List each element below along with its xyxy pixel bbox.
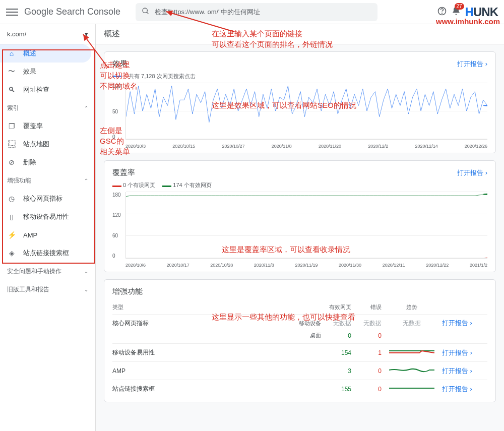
table-row: AMP 3 0 打开报告 › bbox=[112, 361, 487, 380]
chevron-up-icon: ⌃ bbox=[84, 105, 88, 111]
search-placeholder: 检查"https://www. om/"中的任何网址 bbox=[155, 8, 260, 17]
sitemap-icon: ⿺ bbox=[7, 140, 16, 148]
open-report-link[interactable]: 打开报告 › bbox=[442, 385, 487, 394]
help-icon[interactable] bbox=[437, 6, 447, 18]
menu-icon[interactable] bbox=[6, 6, 18, 18]
home-icon: ⌂ bbox=[7, 49, 16, 57]
main-content: 概述 效果 打开报告› 共有 7,128 次网页搜索点击 100500 2020… bbox=[96, 24, 504, 431]
sidebar-item-cwv[interactable]: ◷核心网页指标 bbox=[0, 190, 95, 208]
coverage-chart: 180120600 2020/10/62020/10/172020/10/282… bbox=[112, 192, 487, 268]
search-icon: 🔍︎ bbox=[7, 86, 16, 94]
chart-icon: 〜 bbox=[7, 67, 16, 76]
chevron-down-icon: ⌄ bbox=[84, 287, 88, 292]
svg-line-1 bbox=[147, 12, 148, 14]
sidebar-section-index[interactable]: 索引⌃ bbox=[0, 99, 95, 117]
svg-point-3 bbox=[442, 13, 442, 14]
sidebar-section-enhance[interactable]: 增强功能⌃ bbox=[0, 171, 95, 190]
copy-icon: ❐ bbox=[7, 122, 16, 130]
property-selector[interactable]: k.com/ ▾ bbox=[0, 24, 95, 44]
sidebar-item-overview[interactable]: ⌂概述 bbox=[0, 44, 91, 63]
performance-subtitle: 共有 7,128 次网页搜索点击 bbox=[129, 73, 196, 80]
sidebar-item-removals[interactable]: ⊘删除 bbox=[0, 153, 95, 171]
sidebar-item-sitemaps[interactable]: ⿺站点地图 bbox=[0, 135, 95, 153]
table-row: 移动设备易用性 154 1 打开报告 › bbox=[112, 343, 487, 361]
open-report-link[interactable]: 打开报告› bbox=[457, 59, 487, 69]
sidebar-section-security[interactable]: 安全问题和手动操作⌄ bbox=[0, 262, 95, 280]
dropdown-icon: ▾ bbox=[85, 30, 88, 38]
remove-icon: ⊘ bbox=[7, 158, 16, 166]
chevron-right-icon: › bbox=[485, 60, 487, 68]
svg-point-0 bbox=[143, 8, 147, 13]
table-row: 站点链接搜索框 155 0 打开报告 › bbox=[112, 380, 487, 398]
coverage-card: 覆盖率 打开报告› 0 个有误网页 174 个有效网页 180120600 20… bbox=[104, 160, 496, 272]
app-logo: Google Search Console bbox=[24, 7, 120, 17]
app-header: Google Search Console 检查"https://www. om… bbox=[0, 0, 504, 24]
amp-icon: ⚡ bbox=[7, 231, 16, 239]
property-label: k.com/ bbox=[7, 30, 26, 38]
chevron-up-icon: ⌃ bbox=[84, 178, 88, 183]
sidebar: k.com/ ▾ ⌂概述 〜效果 🔍︎网址检查 索引⌃ ❐覆盖率 ⿺站点地图 ⊘… bbox=[0, 24, 96, 431]
chevron-right-icon: › bbox=[485, 169, 487, 176]
page-title: 概述 bbox=[96, 24, 504, 44]
open-report-link[interactable]: 打开报告› bbox=[457, 168, 487, 177]
card-title: 覆盖率 bbox=[112, 168, 135, 177]
sidebar-item-performance[interactable]: 〜效果 bbox=[0, 63, 95, 81]
card-title: 增强功能 bbox=[112, 287, 143, 296]
table-row: 桌面 0 0 bbox=[112, 332, 487, 343]
sidebar-item-sitelinks[interactable]: ◈站点链接搜索框 bbox=[0, 244, 95, 262]
open-report-link[interactable]: 打开报告 › bbox=[442, 366, 487, 376]
performance-card: 效果 打开报告› 共有 7,128 次网页搜索点击 100500 2020/10… bbox=[104, 51, 496, 153]
card-title: 效果 bbox=[112, 59, 128, 69]
chevron-down-icon: ⌄ bbox=[84, 269, 88, 274]
svg-point-6 bbox=[483, 194, 487, 195]
svg-point-4 bbox=[483, 105, 487, 106]
sidebar-item-coverage[interactable]: ❐覆盖率 bbox=[0, 117, 95, 135]
sitelinks-icon: ◈ bbox=[7, 249, 16, 257]
sidebar-item-url-inspect[interactable]: 🔍︎网址检查 bbox=[0, 81, 95, 99]
sidebar-section-legacy[interactable]: 旧版工具和报告⌄ bbox=[0, 280, 95, 298]
performance-chart: 100500 2020/10/32020/10/152020/10/272020… bbox=[112, 83, 487, 149]
sidebar-item-amp[interactable]: ⚡AMP bbox=[0, 226, 95, 244]
url-inspect-search[interactable]: 检查"https://www. om/"中的任何网址 bbox=[136, 3, 377, 21]
table-row: 核心网页指标 移动设备 无数据 无数据 无数据 打开报告 › bbox=[112, 314, 487, 332]
enhance-card: 增强功能 类型 有效网页 错误 趋势 核心网页指标 移动设备 无数据 无数据 无… bbox=[104, 279, 496, 402]
mobile-icon: ▯ bbox=[7, 213, 16, 221]
search-icon bbox=[142, 7, 150, 17]
sidebar-item-mobile[interactable]: ▯移动设备易用性 bbox=[0, 208, 95, 226]
speed-icon: ◷ bbox=[7, 195, 16, 203]
brand-url: www.imhunk.com bbox=[436, 17, 500, 26]
notifications-icon[interactable]: 27 bbox=[451, 6, 461, 18]
open-report-link[interactable]: 打开报告 › bbox=[442, 319, 487, 328]
open-report-link[interactable]: 打开报告 › bbox=[442, 348, 487, 357]
notification-count: 27 bbox=[455, 3, 464, 10]
